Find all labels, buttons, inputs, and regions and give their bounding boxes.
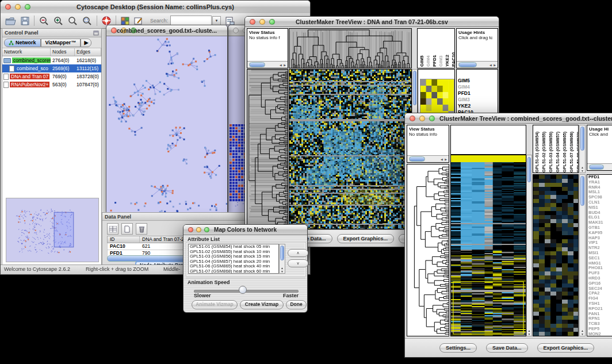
network-view-title-bar[interactable]: combined_scores_good.txt--cluste... [106, 25, 227, 36]
import-table-icon[interactable] [225, 17, 235, 25]
treeview2-title-bar[interactable]: ClusterMaker TreeView : combined_scores_… [405, 113, 612, 124]
tab-vizmapper[interactable]: VizMapper™ [41, 39, 81, 47]
map-colors-dialog: Map Colors to Network Attribute List GPL… [183, 224, 308, 313]
close-button[interactable] [410, 116, 415, 121]
heatmap-vscrollbar[interactable]: ▲▼ [526, 155, 532, 336]
gene-label[interactable]: MON2 [587, 332, 612, 336]
tab-overflow-arrow[interactable]: ▶ [81, 39, 91, 47]
help-icon[interactable] [102, 16, 111, 25]
array-column-label[interactable]: GPL51-03 (GSM856) [548, 127, 554, 173]
network-overview-canvas[interactable] [6, 198, 99, 262]
treeview1-title-bar[interactable]: ClusterMaker TreeView : DNA and Tran 07-… [245, 17, 499, 27]
treeview-action-button[interactable]: Settings... [439, 343, 477, 352]
network-edges-count: 16218(0) [75, 58, 101, 63]
heatmap-canvas[interactable] [451, 155, 526, 336]
heatmap-panel [450, 155, 526, 336]
heatmap-canvas[interactable] [289, 70, 411, 229]
zoom-selected-icon[interactable] [82, 16, 92, 25]
row-gene-label[interactable]: YKE2 [457, 103, 498, 109]
row-gene-label[interactable]: GIM5 [457, 78, 498, 84]
dialog-title-bar[interactable]: Map Colors to Network [183, 225, 307, 235]
attribute-list-item[interactable]: GPL51-07 (GSM868) heat shock 60 min [189, 269, 278, 274]
view-status-panel: View StatusNo status info f ◀ ▶ [247, 28, 288, 68]
row-dendrogram-canvas[interactable] [407, 164, 449, 336]
network-type-icon [9, 66, 14, 72]
zoom-in-icon[interactable] [53, 16, 63, 25]
annotation-icon[interactable] [134, 17, 143, 25]
search-label: Search: [150, 18, 168, 24]
control-panel-tabs: Network VizMapper™ ▶ [2, 37, 101, 48]
network-type-icon [3, 74, 9, 80]
table-icon[interactable] [107, 223, 118, 235]
attribute-list[interactable]: GPL51-01 (GSM854) heat shock 05 minGPL51… [188, 244, 279, 274]
vizmapper-icon[interactable] [121, 17, 129, 25]
float-panel-icon[interactable] [93, 30, 99, 36]
new-document-icon[interactable] [121, 223, 133, 235]
slider-thumb[interactable] [239, 286, 247, 294]
usage-hints-scrollbar[interactable]: ◀ ▶ [457, 61, 498, 68]
status-welcome: Welcome to Cytoscape 2.6.2 [4, 266, 70, 272]
column-gene-label[interactable]: GIM3 [438, 30, 444, 67]
array-column-label[interactable]: GPL51-01 (GSM854) [534, 127, 540, 173]
treeview-action-button[interactable]: Export Graphics... [537, 343, 595, 352]
move-down-button[interactable]: ∨ [288, 259, 308, 267]
column-gene-label[interactable]: PFD1 [432, 30, 438, 67]
close-button[interactable] [233, 28, 239, 33]
network-list-row[interactable]: DNA and Tran 07 769(0) 183728(0) [2, 72, 101, 81]
column-gene-label[interactable]: PAC10 [451, 30, 455, 67]
control-panel-title: Control Panel [5, 30, 39, 36]
treeview2-title: ClusterMaker TreeView : combined_scores_… [439, 115, 612, 122]
cluster-mini-heatmap-canvas[interactable] [420, 79, 454, 118]
treeview-action-button[interactable]: Export Graphics... [337, 234, 395, 243]
status-hint-zoom: Right-click + drag to ZOOM [86, 266, 148, 272]
column-labels-vscrollbar[interactable]: ▲▼ [579, 125, 586, 173]
zoom-out-icon[interactable] [39, 16, 49, 25]
row-dendrogram-canvas[interactable] [247, 70, 288, 229]
zoom-button[interactable] [429, 116, 435, 121]
usage-hints-scrollbar[interactable]: ◀ ▶ [587, 163, 612, 170]
treeview-window-combined: ClusterMaker TreeView : combined_scores_… [404, 113, 612, 358]
network-view-canvas[interactable] [106, 36, 227, 212]
array-column-label[interactable]: GPL51-06 (GSM865) [562, 127, 568, 173]
tab-network[interactable]: Network [4, 39, 41, 47]
desktop: { "icons": { "open-folder-icon":"folder"… [0, 0, 612, 364]
attribute-list-vscrollbar[interactable]: ▲▼ [279, 244, 285, 274]
array-column-label[interactable]: GPL51-04 (GSM857) [555, 127, 561, 173]
zoom-fit-icon[interactable] [68, 16, 78, 25]
done-button[interactable]: Done [286, 300, 307, 309]
column-dendrogram-canvas[interactable] [289, 29, 411, 68]
zoomed-heatmap-panel [533, 174, 579, 336]
move-up-button[interactable]: ∧ [288, 249, 308, 257]
row-gene-label[interactable]: GIM3 [457, 97, 498, 103]
open-folder-icon[interactable] [5, 17, 16, 25]
network-list-row[interactable]: combined_scores 2764(0) 16218(0) [2, 56, 101, 64]
array-column-label[interactable]: GPL51-08 (GSM872) [576, 127, 579, 173]
minimize-button[interactable] [419, 116, 425, 121]
search-dropdown-button[interactable]: ▼ [212, 16, 221, 26]
array-column-label[interactable]: GPL51-07 (GSM868) [569, 127, 575, 173]
network-list-row[interactable]: RNAPuberNov2+ 563(0) 107847(0) [2, 81, 101, 89]
main-title-bar[interactable]: Cytoscape Desktop (Session Name: collins… [1, 1, 310, 14]
network-list-row[interactable]: combined_sco 2569(6) 13112(15) [2, 64, 101, 72]
row-gene-label[interactable]: PFD1 [457, 90, 498, 97]
array-column-label[interactable]: GPL51-02 (GSM855) [541, 127, 547, 173]
create-vizmap-button[interactable]: Create Vizmap [240, 300, 284, 309]
row-dendrogram-panel [247, 69, 288, 229]
save-icon[interactable] [21, 17, 29, 25]
view-status-scrollbar[interactable]: ◀ ▶ [247, 61, 288, 68]
zoomed-heatmap-canvas[interactable] [533, 175, 578, 336]
column-gene-label[interactable]: GIM5 [419, 30, 425, 67]
network-edges-count: 13112(15) [75, 66, 101, 71]
treeview-action-button[interactable]: Save Data... [486, 343, 528, 352]
network-nodes-count: 2764(0) [51, 58, 75, 63]
treeview1-title: ClusterMaker TreeView : DNA and Tran 07-… [245, 18, 499, 25]
view-status-scrollbar[interactable]: ◀ ▶ [407, 155, 449, 162]
network-name: RNAPuberNov2+ [10, 82, 49, 87]
gene-id: PAC10 [108, 243, 140, 250]
animate-vizmap-button[interactable]: Animate Vizmap [192, 300, 238, 309]
gene-list-vscrollbar[interactable]: ▲▼ [579, 174, 586, 336]
delete-icon[interactable] [136, 223, 147, 235]
row-gene-label[interactable]: GIM4 [457, 84, 498, 90]
column-gene-label[interactable]: GIM4 [426, 30, 431, 67]
column-gene-label[interactable]: YKE2 [445, 30, 450, 67]
